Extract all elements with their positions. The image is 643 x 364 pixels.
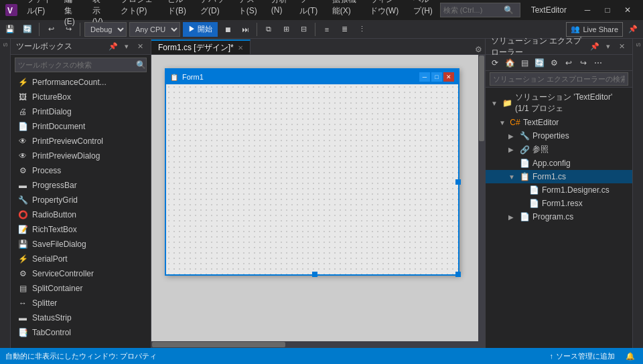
properties-tree-item[interactable]: ▶ 🔧 Properties	[486, 129, 632, 143]
toolbar-btn-2[interactable]: 🔄	[20, 22, 35, 37]
doc-tab-form1[interactable]: Form1.cs [デザイン]* ✕	[151, 39, 251, 54]
appconfig-tree-item[interactable]: 📄 App.config	[486, 157, 632, 170]
toolbar-undo[interactable]: ↩	[44, 22, 58, 37]
toolbox-item-4[interactable]: 👁 PrintPreviewControl	[11, 134, 151, 149]
toolbar-extra-1[interactable]: ⧉	[261, 22, 276, 37]
debug-config-select[interactable]: Debug	[84, 22, 127, 37]
toolbox-item-13[interactable]: ⚙ ServiceController	[11, 266, 151, 281]
toolbox-item-17[interactable]: 📑 TabControl	[11, 325, 151, 340]
sol-close-icon[interactable]: ✕	[616, 41, 627, 52]
toolbar-extra-3[interactable]: ⊟	[296, 22, 311, 37]
toolbox-item-15[interactable]: ↔ Splitter	[11, 296, 151, 310]
toolbar-step[interactable]: ⏭	[238, 22, 253, 37]
notification-button[interactable]: 🔔	[623, 352, 638, 361]
toolbox-close-icon[interactable]: ✕	[135, 41, 145, 52]
form1resx-tree-item[interactable]: 📄 Form1.resx	[486, 197, 632, 210]
form-close-btn[interactable]: ✕	[443, 72, 454, 82]
sol-tool-refresh[interactable]: 🔄	[532, 56, 546, 70]
server-explorer-tab[interactable]: S	[1, 39, 10, 51]
maximize-button[interactable]: □	[597, 0, 618, 20]
design-surface[interactable]: 📋 Form1 ─ □ ✕	[151, 55, 485, 348]
project-expand-icon[interactable]: ▼	[499, 119, 507, 126]
toolbox-item-1[interactable]: 🖼 PictureBox	[11, 90, 151, 104]
toolbox-item-7[interactable]: ▬ ProgressBar	[11, 178, 151, 193]
sol-tool-forward[interactable]: ↪	[577, 56, 590, 70]
solution-explorer-panel: ソリューション エクスプローラー 📌 ▾ ✕ ⟳ 🏠 ▤ 🔄 ⚙ ↩ ↪ ⋯	[485, 39, 632, 348]
resize-bottom-handle[interactable]	[312, 272, 317, 277]
sol-pin-icon[interactable]: 📌	[589, 41, 600, 52]
toolbox-item-16[interactable]: ▬ StatusStrip	[11, 310, 151, 325]
toolbar-pin[interactable]: 📌	[626, 22, 640, 37]
sol-tool-settings[interactable]: ⚙	[547, 56, 561, 70]
toolbox-item-6[interactable]: ⚙ Process	[11, 163, 151, 178]
solution-search-input[interactable]	[490, 72, 628, 86]
properties-expand-icon[interactable]: ▶	[508, 132, 516, 140]
right-sidebar-tab[interactable]: S	[634, 39, 643, 51]
title-search-input[interactable]	[443, 6, 504, 14]
design-hscrollbar[interactable]	[151, 341, 485, 348]
toolbox-header-controls: 📌 ▾ ✕	[108, 41, 145, 52]
toolbox-item-14[interactable]: ▤ SplitContainer	[11, 281, 151, 296]
close-button[interactable]: ✕	[618, 0, 638, 20]
toolbox-item-0[interactable]: ⚡ PerformanceCount...	[11, 75, 151, 90]
toolbox-item-icon-7: ▬	[17, 180, 28, 191]
toolbar-extra-6[interactable]: ⋮	[354, 22, 369, 37]
minimize-button[interactable]: ─	[577, 0, 597, 20]
design-vscroll-thumb[interactable]	[479, 56, 484, 141]
toolbox-search-box[interactable]: 🔍	[15, 58, 147, 72]
title-search-box[interactable]: 🔍	[440, 3, 520, 17]
toolbar-extra-4[interactable]: ≡	[319, 22, 334, 37]
toolbox-item-3[interactable]: 📄 PrintDocument	[11, 119, 151, 134]
source-control-button[interactable]: ↑ ソース管理に追加	[547, 351, 618, 361]
toolbox-item-12[interactable]: ⚡ SerialPort	[11, 252, 151, 266]
sol-tool-home[interactable]: 🏠	[503, 56, 516, 70]
design-vscrollbar[interactable]	[478, 55, 485, 341]
references-label: 参照	[532, 144, 549, 155]
menu-window[interactable]: ウィンドウ(W)	[364, 0, 407, 27]
platform-select[interactable]: Any CPU	[129, 22, 180, 37]
sol-arrow-icon[interactable]: ▾	[603, 41, 614, 52]
toolbox-item-2[interactable]: 🖨 PrintDialog	[11, 104, 151, 119]
form-body[interactable]	[166, 84, 458, 274]
toolbox-item-10[interactable]: 📝 RichTextBox	[11, 222, 151, 237]
form-minimize-btn[interactable]: ─	[419, 72, 430, 82]
design-hscroll-thumb[interactable]	[152, 342, 285, 347]
doc-tab-close-icon[interactable]: ✕	[238, 44, 243, 52]
toolbox-item-5[interactable]: 👁 PrintPreviewDialog	[11, 149, 151, 163]
project-item[interactable]: ▼ C# TextEditor	[486, 116, 632, 129]
toolbox-item-8[interactable]: 🔧 PropertyGrid	[11, 193, 151, 207]
tab-settings-icon[interactable]: ⚙	[472, 45, 485, 54]
program-tree-item[interactable]: ▶ 📄 Program.cs	[486, 210, 632, 223]
toolbar-extra-2[interactable]: ⊞	[279, 22, 293, 37]
sol-tool-more[interactable]: ⋯	[591, 56, 605, 70]
program-expand-icon[interactable]: ▶	[508, 213, 516, 221]
toolbox-item-9[interactable]: ⭕ RadioButton	[11, 207, 151, 222]
toolbar-btn-1[interactable]: 💾	[3, 22, 17, 37]
toolbox-item-11[interactable]: 💾 SaveFileDialog	[11, 237, 151, 252]
toolbar-redo[interactable]: ↪	[61, 22, 76, 37]
toolbox-pin-icon[interactable]: 📌	[108, 41, 119, 52]
toolbox-search-input[interactable]	[15, 61, 136, 69]
form1-tree-item[interactable]: ▼ 📋 Form1.cs	[486, 170, 632, 183]
form-window[interactable]: 📋 Form1 ─ □ ✕	[165, 68, 459, 276]
resize-corner-handle[interactable]	[455, 272, 461, 277]
form-maximize-btn[interactable]: □	[431, 72, 442, 82]
toolbox-item-label-0: PerformanceCount...	[32, 78, 106, 87]
sol-tool-sync[interactable]: ⟳	[488, 56, 502, 70]
start-button[interactable]: ▶ 開始	[183, 22, 218, 37]
form1designer-tree-item[interactable]: 📄 Form1.Designer.cs	[486, 183, 632, 197]
live-share-button[interactable]: 👥 Live Share	[566, 22, 623, 37]
toolbar-stop[interactable]: ⏹	[220, 22, 235, 37]
references-tree-item[interactable]: ▶ 🔗 参照	[486, 143, 632, 157]
sol-tool-filter[interactable]: ▤	[518, 56, 531, 70]
resize-right-handle[interactable]	[455, 179, 461, 185]
solution-expand-icon[interactable]: ▼	[491, 100, 499, 107]
references-expand-icon[interactable]: ▶	[508, 146, 516, 153]
solution-root-item[interactable]: ▼ 📁 ソリューション 'TextEditor' (1/1 プロジェ	[486, 90, 632, 116]
menu-help[interactable]: ヘルプ(H)	[408, 0, 439, 27]
toolbox-arrow-icon[interactable]: ▾	[121, 41, 132, 52]
form1-expand-icon[interactable]: ▼	[508, 173, 516, 181]
toolbar-extra-5[interactable]: ≣	[337, 22, 352, 37]
toolbox-item-label-17: TabControl	[32, 328, 71, 337]
sol-tool-back[interactable]: ↩	[562, 56, 575, 70]
